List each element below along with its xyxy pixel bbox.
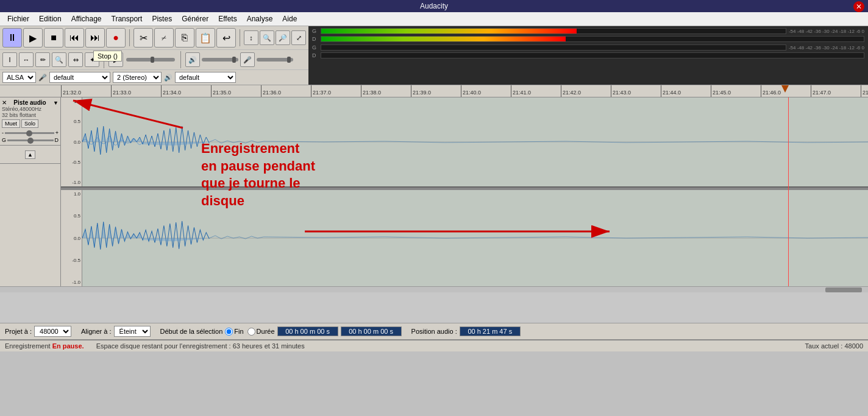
scale-bottom: 1.0 0.5 0.0 -0.5 -1.0 [61, 190, 82, 286]
align-select[interactable]: Éteint [114, 326, 151, 337]
track-vol-pan: - + G D [2, 130, 59, 143]
selection-start-input[interactable] [277, 326, 338, 336]
scale-0.5-bottom: 0.5 [61, 213, 82, 219]
output-device-select[interactable]: default [175, 72, 236, 83]
multi-tool[interactable]: ✦ [85, 52, 99, 67]
fit-tool[interactable]: ⤢ [291, 30, 306, 45]
input-device-select[interactable]: default [49, 72, 110, 83]
zoom-out-tool[interactable]: 🔎 [276, 30, 290, 45]
waveform-scrollbar[interactable] [0, 286, 868, 292]
record-button[interactable]: ● [106, 28, 126, 48]
menu-transport[interactable]: Transport [107, 13, 148, 24]
menu-effets[interactable]: Effets [213, 13, 241, 24]
vu-record-left-bar [321, 28, 786, 34]
play-button[interactable]: ▶ [23, 28, 43, 48]
volume-slider[interactable] [202, 58, 238, 62]
scale-n1.0-bottom: -1.0 [61, 280, 82, 285]
copy-tool[interactable]: ⎘ [175, 28, 194, 48]
vu-play-left-bar [321, 44, 786, 51]
menu-aide[interactable]: Aide [277, 13, 302, 24]
vu-meters-section: G -54 -48 -42 -36 -30 -24 -18 -12 -6 0 D… [308, 26, 868, 85]
next-button[interactable]: ⏭ [85, 28, 105, 48]
ruler-mark-7: 21:39.0 [411, 85, 461, 97]
vu-play-row2: D [312, 52, 864, 58]
selection-end-input[interactable] [341, 326, 402, 336]
project-rate-select[interactable]: 48000 [34, 326, 71, 337]
prev-button[interactable]: ⏮ [65, 28, 84, 48]
stop-button[interactable]: ■ Stop () [44, 28, 63, 48]
selection-tool[interactable]: I [2, 52, 17, 67]
transport-toolbar: ⏸ ▶ ■ Stop () ⏮ ⏭ ● ✂ ⌿ ⎘ 📋 ↩ ↕ 🔍 🔎 ⤢ [0, 26, 308, 50]
playback-icon: 🔊 [164, 74, 173, 82]
paste-tool[interactable]: 📋 [196, 28, 215, 48]
track-close-btn[interactable]: ✕ [2, 99, 7, 106]
vol-minus: - [2, 130, 4, 136]
radio-fin-input[interactable] [225, 328, 233, 336]
selection-group: Début de la sélection Fin Durée [160, 326, 402, 336]
scale-0.5-top: 0.5 [61, 119, 82, 124]
menu-fichier[interactable]: Fichier [2, 13, 34, 24]
menu-generer[interactable]: Générer [177, 13, 213, 24]
vu-play-row: G -54 -48 -42 -36 -30 -24 -18 -12 -6 0 [312, 44, 864, 51]
undo-tool[interactable]: ↩ [216, 28, 236, 48]
zoom-tool[interactable]: 🔍 [52, 52, 66, 67]
audio-pos-input[interactable] [460, 326, 521, 336]
scrollbar-thumb[interactable] [825, 287, 862, 292]
ruler-mark-1: 21:33.0 [111, 85, 161, 97]
empty-area [0, 292, 868, 323]
track-panel: ✕ Piste audio ▼ Stéréo,48000Hz 32 bits f… [0, 97, 61, 286]
vu-record-row2: D [312, 36, 864, 42]
radio-fin[interactable]: Fin [225, 328, 243, 336]
close-button[interactable]: ✕ [853, 1, 864, 12]
app-title: Audacity [420, 2, 448, 10]
radio-fin-label: Fin [234, 328, 243, 335]
mic-slider[interactable] [257, 58, 293, 62]
divider4 [180, 51, 181, 68]
radio-duree-input[interactable] [247, 328, 255, 336]
cursor-tool[interactable]: ↕ [244, 30, 258, 45]
mute-button[interactable]: Muet [2, 119, 20, 128]
silence-tool[interactable]: ⌿ [154, 28, 174, 48]
track-expand-button[interactable]: ▲ [25, 150, 35, 159]
ruler-mark-3: 21:35.0 [211, 85, 261, 97]
radio-duree[interactable]: Durée [247, 328, 275, 336]
playhead-marker [781, 85, 789, 93]
track-dropdown-btn[interactable]: ▼ [53, 100, 59, 106]
recording-text: Enregistrement [5, 342, 51, 350]
status-bar: Enregistrement En pause. Espace disque r… [0, 339, 868, 351]
timeshift-tool[interactable]: ⇔ [68, 52, 83, 67]
speaker-icon: 🔊 [185, 52, 200, 67]
zoom-in-tool[interactable]: 🔍 [260, 30, 274, 45]
playhead-line [788, 97, 789, 286]
recording-status: Enregistrement En pause. [5, 342, 84, 350]
channels-select[interactable]: 2 (Stereo) [113, 72, 162, 83]
scale-1.0-bottom: 1.0 [61, 191, 82, 197]
volume-slider-track[interactable] [5, 132, 54, 134]
sample-rate-status: Taux actuel : 48000 [805, 342, 863, 350]
menu-edition[interactable]: Edition [34, 13, 66, 24]
trim-tool[interactable]: ✂ [133, 28, 153, 48]
toolbar-left: ⏸ ▶ ■ Stop () ⏮ ⏭ ● ✂ ⌿ ⎘ 📋 ↩ ↕ 🔍 🔎 ⤢ I [0, 26, 308, 85]
pan-slider-track[interactable] [7, 139, 53, 141]
speed-slider[interactable] [126, 58, 175, 62]
audio-pos-group: Position audio : [411, 326, 521, 336]
menu-affichage[interactable]: Affichage [66, 13, 107, 24]
divider2 [240, 29, 240, 46]
waveform-track-bottom: 1.0 0.5 0.0 -0.5 -1.0 [61, 190, 868, 286]
waveform-dense [82, 126, 209, 154]
ruler-mark-8: 21:40.0 [461, 85, 511, 97]
ruler-mark-10: 21:42.0 [561, 85, 611, 97]
selection-start-label: Début de la sélection [160, 328, 223, 335]
track-expand-btn-area: ▲ [0, 146, 60, 164]
menu-analyse[interactable]: Analyse [242, 13, 278, 24]
pause-button[interactable]: ⏸ [2, 28, 22, 48]
envelope-tool[interactable]: ↔ [19, 52, 34, 67]
menu-pistes[interactable]: Pistes [147, 13, 177, 24]
solo-button[interactable]: Solo [21, 119, 38, 128]
ruler-mark-2: 21:34.0 [161, 85, 211, 97]
vu-scale-play: -54 -48 -42 -36 -30 -24 -18 -12 -6 0 [789, 45, 864, 51]
driver-select[interactable]: ALSA [2, 72, 36, 83]
play-at-speed[interactable]: ▶ [108, 52, 123, 67]
pencil-tool[interactable]: ✏ [35, 52, 50, 67]
title-bar: Audacity ✕ [0, 0, 868, 12]
